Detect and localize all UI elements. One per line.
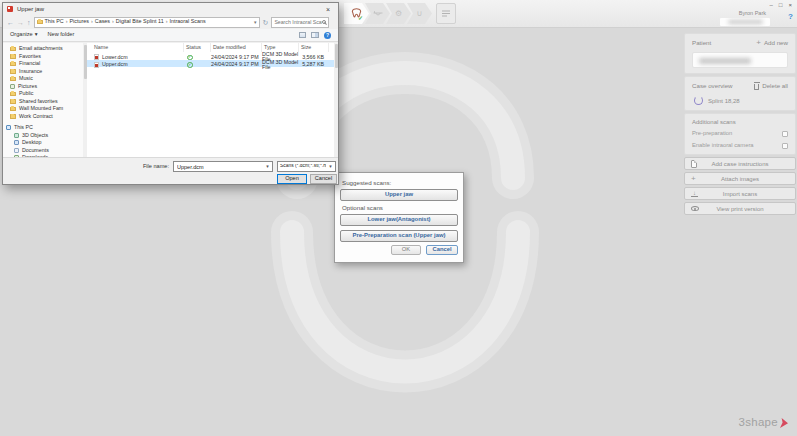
search-input[interactable] bbox=[274, 19, 322, 25]
upper-jaw-scan-button[interactable]: Upper jaw bbox=[340, 189, 458, 201]
file-list: Name Status Date modified Type Size Lowe… bbox=[87, 43, 334, 157]
open-button[interactable]: Open bbox=[277, 174, 307, 184]
nav-folder-insurance[interactable]: Insurance bbox=[3, 68, 83, 76]
add-case-instructions-label: Add case instructions bbox=[711, 161, 768, 167]
file-date: 24/04/2024 9:17 PM bbox=[211, 55, 262, 60]
delete-all-button[interactable]: Delete all bbox=[754, 82, 788, 90]
nav-folder-pictures[interactable]: Pictures bbox=[3, 83, 83, 91]
suggested-scans-label: Suggested scans: bbox=[342, 180, 458, 186]
splint-label: Splint 18,28 bbox=[708, 98, 740, 104]
breadcrumb-intraoral-scans[interactable]: Intraoral Scans bbox=[169, 19, 205, 24]
chevron-down-icon[interactable]: ▾ bbox=[263, 164, 272, 169]
cancel-button[interactable]: Cancel bbox=[426, 245, 458, 255]
column-name[interactable]: Name bbox=[92, 43, 184, 52]
forward-icon[interactable]: → bbox=[17, 19, 24, 26]
computer-icon bbox=[6, 125, 11, 130]
dcm-file-icon bbox=[94, 54, 99, 60]
address-bar[interactable]: This PC › Pictures › Cases › Digital Bit… bbox=[34, 17, 260, 28]
folder-icon bbox=[10, 54, 16, 59]
ok-button[interactable]: OK bbox=[391, 245, 421, 255]
help-icon[interactable]: ? bbox=[324, 32, 331, 39]
tree-label: Shared favorites bbox=[19, 99, 58, 104]
column-date-modified[interactable]: Date modified bbox=[211, 43, 262, 52]
nav-this-pc[interactable]: This PC bbox=[3, 124, 83, 132]
lower-jaw-scan-button[interactable]: Lower jaw(Antagonist) bbox=[340, 214, 458, 226]
order-form-button[interactable] bbox=[436, 3, 456, 24]
preview-pane-button[interactable] bbox=[311, 32, 319, 38]
nav-3d-objects[interactable]: 3D Objects bbox=[3, 132, 83, 140]
new-folder-button[interactable]: New folder bbox=[48, 32, 75, 38]
add-new-patient-button[interactable]: + Add new bbox=[756, 39, 788, 47]
intraoral-camera-checkbox[interactable] bbox=[782, 143, 788, 149]
column-status[interactable]: Status bbox=[184, 43, 211, 52]
back-icon[interactable]: ← bbox=[7, 19, 14, 26]
close-icon[interactable]: × bbox=[322, 6, 334, 13]
file-type-combo[interactable]: Scans (*.dcm;*.stl;*.hps) ▾ bbox=[277, 161, 336, 172]
nav-folder-shared-favorites[interactable]: Shared favorites bbox=[3, 98, 83, 106]
redacted-text bbox=[728, 20, 763, 24]
folder-icon bbox=[10, 114, 16, 119]
file-size: 3,566 KB bbox=[299, 55, 329, 60]
pre-preparation-checkbox[interactable] bbox=[782, 131, 788, 137]
chevron-down-icon[interactable]: ▾ bbox=[254, 20, 257, 25]
nav-documents[interactable]: Documents bbox=[3, 147, 83, 155]
breadcrumb-cases[interactable]: Cases bbox=[95, 19, 110, 24]
maximize-button[interactable]: □ bbox=[779, 2, 783, 8]
scrollbar-thumb[interactable] bbox=[335, 44, 338, 68]
attach-images-button[interactable]: + Attach images bbox=[684, 172, 796, 185]
tree-label: Music bbox=[19, 76, 33, 81]
breadcrumb-digital-bite-splint[interactable]: Digital Bite Splint 11 bbox=[116, 19, 164, 24]
column-size[interactable]: Size bbox=[299, 43, 329, 52]
import-icon: ↓ bbox=[691, 190, 698, 197]
page-icon bbox=[691, 160, 697, 168]
nav-folder-financial[interactable]: Financial bbox=[3, 60, 83, 68]
intraoral-camera-label: Enable intraoral camera bbox=[692, 143, 754, 149]
import-scans-button[interactable]: ↓ Import scans bbox=[684, 187, 796, 200]
nav-folder-wall-mounted[interactable]: Wall Mounted Fam bbox=[3, 105, 83, 113]
chevron-icon: › bbox=[112, 19, 114, 24]
breadcrumb-pictures[interactable]: Pictures bbox=[69, 19, 88, 24]
case-overview-section: Case overview Delete all Splint 18,28 bbox=[684, 76, 796, 111]
splint-item[interactable]: Splint 18,28 bbox=[692, 96, 788, 105]
search-box[interactable] bbox=[271, 17, 329, 28]
cancel-button[interactable]: Cancel bbox=[310, 174, 337, 184]
pre-preparation-scan-button[interactable]: Pre-Preparation scan (Upper jaw) bbox=[340, 230, 458, 242]
folder-icon bbox=[10, 47, 16, 52]
list-scrollbar[interactable] bbox=[334, 43, 338, 157]
refresh-icon[interactable]: ↻ bbox=[263, 19, 269, 26]
eye-icon bbox=[691, 206, 699, 211]
help-icon[interactable]: ? bbox=[788, 13, 793, 21]
redacted-user-box bbox=[720, 18, 770, 26]
view-print-version-button[interactable]: View print version bbox=[684, 202, 796, 215]
patient-label: Patient bbox=[692, 40, 711, 46]
nav-folder-favorites[interactable]: Favorites bbox=[3, 53, 83, 61]
folder-icon bbox=[10, 99, 16, 104]
file-name-combo[interactable]: ▾ bbox=[173, 161, 273, 172]
folder-icon bbox=[37, 20, 43, 25]
file-row-upper[interactable]: Upper.dcm ✓ 24/04/2024 9:17 PM DCM 3D Mo… bbox=[87, 60, 334, 68]
workflow-step-scan[interactable]: ✓ bbox=[344, 3, 369, 24]
sync-status-icon: ✓ bbox=[187, 62, 193, 68]
up-icon[interactable]: ↑ bbox=[27, 19, 31, 26]
add-case-instructions-button[interactable]: Add case instructions bbox=[684, 157, 796, 170]
patient-name-field[interactable] bbox=[692, 52, 788, 68]
file-name-input[interactable] bbox=[174, 164, 263, 170]
nav-folder-email-attachments[interactable]: Email attachments bbox=[3, 45, 83, 53]
desktop-icon bbox=[14, 140, 19, 145]
file-size: 5,287 KB bbox=[299, 62, 329, 67]
window-controls: – □ × bbox=[770, 2, 792, 8]
check-icon: ✓ bbox=[358, 15, 363, 21]
nav-folder-public[interactable]: Public bbox=[3, 90, 83, 98]
nav-folder-music[interactable]: Music bbox=[3, 75, 83, 83]
chevron-down-icon[interactable]: ▾ bbox=[326, 164, 335, 169]
minimize-button[interactable]: – bbox=[770, 2, 773, 8]
close-button[interactable]: × bbox=[788, 2, 792, 8]
plus-icon: + bbox=[691, 175, 696, 183]
change-view-button[interactable] bbox=[299, 32, 306, 38]
organize-button[interactable]: Organize ▾ bbox=[10, 32, 38, 38]
additional-scans-label: Additional scans bbox=[692, 119, 788, 125]
folder-icon bbox=[10, 107, 16, 112]
nav-desktop[interactable]: Desktop bbox=[3, 139, 83, 147]
breadcrumb-this-pc[interactable]: This PC bbox=[45, 19, 64, 24]
nav-folder-work-contract[interactable]: Work Contract bbox=[3, 113, 83, 121]
